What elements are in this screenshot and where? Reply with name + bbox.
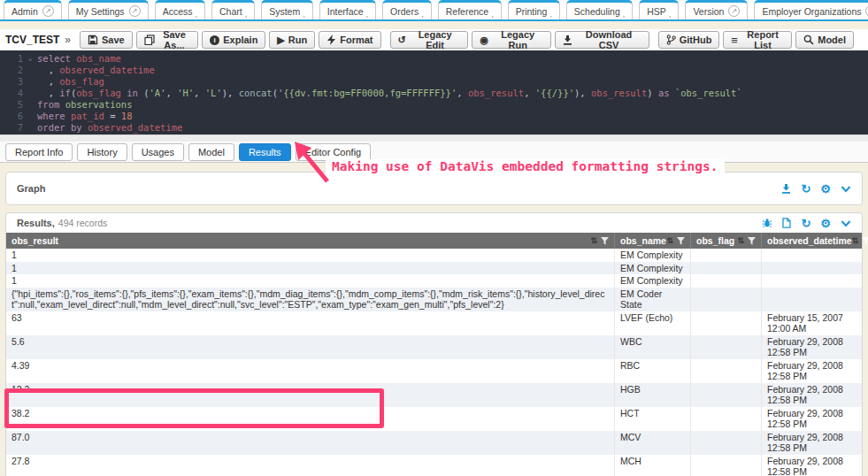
collapse-icon[interactable] [841, 219, 851, 227]
cell-obs-name: RBC [614, 359, 690, 383]
nav-tab-system[interactable]: System, [261, 0, 313, 19]
collapse-icon[interactable] [841, 185, 851, 193]
menu-icon: , [195, 10, 197, 19]
button-label: Download CSV [576, 29, 641, 50]
format-button[interactable]: Format [319, 31, 380, 49]
download-icon[interactable] [781, 184, 791, 194]
tab-usages[interactable]: Usages [132, 143, 184, 161]
legacy-edit-button[interactable]: ↺Legacy Edit [390, 31, 469, 49]
cell-obs-flag [690, 455, 761, 476]
report-list-button[interactable]: ≡Report List [723, 31, 792, 49]
model-button[interactable]: Model [795, 31, 854, 49]
model-icon [803, 35, 814, 45]
nav-tab-scheduling[interactable]: Scheduling, [566, 0, 633, 19]
graph-panel-title: Graph [17, 183, 45, 194]
tab-history[interactable]: History [77, 143, 127, 161]
line-number: 2 [0, 65, 27, 76]
column-controls: ⇅ [852, 237, 868, 245]
popout-icon[interactable]: ↗ [42, 5, 54, 17]
cell-obs-flag [690, 249, 761, 262]
code-text: from observations [27, 99, 132, 111]
nav-tab-label: HSP [647, 6, 666, 17]
nav-tab-label: Chart [219, 6, 242, 17]
button-label: Legacy Edit [410, 29, 461, 50]
explain-button[interactable]: iExplain [202, 31, 265, 49]
refresh-icon[interactable]: ↻ [801, 218, 810, 229]
menu-icon: , [366, 10, 369, 19]
nav-tab-interface[interactable]: Interface, [319, 0, 376, 19]
nav-tab-my-settings[interactable]: My Settings↗ [68, 0, 149, 19]
cell-obs-result: 1 [6, 262, 614, 275]
legacy-run-button[interactable]: ◉Legacy Run [472, 31, 551, 49]
tab-report-info[interactable]: Report Info [5, 143, 73, 161]
cell-obs-result: 63 [6, 311, 614, 335]
popout-icon[interactable]: ↗ [728, 5, 740, 17]
cell-obs-result: {"hpi_items":{},"ros_items":{},"pfs_item… [6, 288, 614, 311]
button-label: Format [340, 35, 373, 45]
sort-icon[interactable]: ⇅ [852, 237, 859, 245]
filter-icon[interactable] [601, 237, 609, 245]
column-controls: ⇅ [737, 237, 756, 245]
cell-obs-flag [690, 407, 761, 431]
editor-line-6: 6where pat_id = 18 [0, 111, 868, 122]
save-button[interactable]: Save [80, 31, 133, 49]
github-icon [666, 35, 676, 45]
filter-icon[interactable] [862, 237, 868, 245]
nav-tab-reference[interactable]: Reference, [438, 0, 502, 19]
gear-icon[interactable]: ⚙ [820, 218, 831, 229]
toolbar-button-group: SaveSave As...iExplain▶RunFormat [80, 31, 380, 49]
filter-icon[interactable] [677, 237, 685, 245]
popout-icon[interactable]: ↗ [129, 5, 141, 17]
github-button[interactable]: GitHub [658, 31, 720, 49]
cell-observed-datetime [761, 249, 862, 262]
results-panel-icons: ↻⚙ [762, 218, 851, 229]
column-header-obs-result[interactable]: obs_result⇅ [6, 233, 614, 249]
column-header-obs-flag[interactable]: obs_flag⇅ [690, 233, 761, 249]
nav-tab-admin[interactable]: Admin↗ [4, 0, 62, 19]
table-row: 1EM Complexity [6, 262, 862, 275]
nav-tab-employer-organizations[interactable]: Employer Organizations↗ [754, 0, 868, 19]
sql-editor[interactable]: Making use of DataVis embedded formattin… [0, 50, 868, 134]
nav-tab-access[interactable]: Access, [155, 0, 205, 19]
cell-obs-name: LVEF (Echo) [614, 311, 690, 335]
nav-tab-chart[interactable]: Chart, [211, 0, 255, 19]
cell-obs-result: 1 [6, 274, 614, 288]
download-csv-button[interactable]: Download CSV [555, 31, 649, 49]
bug-icon[interactable] [762, 218, 772, 228]
nav-tab-hsp[interactable]: HSP, [639, 0, 679, 19]
sort-icon[interactable]: ⇅ [737, 237, 744, 245]
save-as-button[interactable]: Save As... [136, 31, 199, 49]
refresh-icon[interactable]: ↻ [801, 183, 810, 195]
nav-tab-printing[interactable]: Printing, [508, 0, 560, 19]
legacy-edit-icon: ↺ [398, 35, 406, 45]
nav-tab-label: Scheduling [574, 6, 620, 17]
sort-icon[interactable]: ⇅ [590, 237, 597, 245]
new-doc-icon[interactable] [782, 218, 791, 228]
run-button[interactable]: ▶Run [269, 31, 315, 49]
nav-tab-orders[interactable]: Orders, [382, 0, 432, 19]
column-label: obs_result [12, 235, 58, 246]
column-header-obs-name[interactable]: obs_name⇅ [614, 233, 690, 249]
nav-tab-label: Printing [516, 6, 548, 17]
tab-results[interactable]: Results [239, 143, 291, 161]
nav-tab-version[interactable]: Version↗ [685, 0, 748, 19]
cell-obs-result: 1 [6, 249, 614, 262]
nav-tab-label: Version [693, 6, 724, 17]
cell-obs-name: EM Complexity [614, 249, 690, 262]
table-row: 12.2HGBFebruary 29, 2008 12:58 PM [6, 383, 862, 407]
report-title-chevron[interactable]: » [65, 34, 71, 46]
tab-model[interactable]: Model [188, 143, 234, 161]
cell-observed-datetime: February 29, 2008 12:58 PM [761, 359, 862, 383]
fold-icon[interactable]: ⌄ [28, 52, 33, 64]
code-text: select obs_name [27, 53, 121, 65]
sort-icon[interactable]: ⇅ [666, 237, 673, 245]
filter-icon[interactable] [748, 237, 756, 245]
column-controls: ⇅ [666, 237, 685, 245]
column-header-observed-datetime[interactable]: observed_datetime⇅ [761, 233, 862, 249]
gear-icon[interactable]: ⚙ [820, 183, 831, 195]
button-label: Explain [223, 35, 257, 45]
cell-obs-flag [690, 288, 761, 311]
cell-obs-name: WBC [614, 335, 690, 359]
nav-tab-label: My Settings [76, 6, 125, 17]
line-number: 5 [0, 99, 27, 111]
